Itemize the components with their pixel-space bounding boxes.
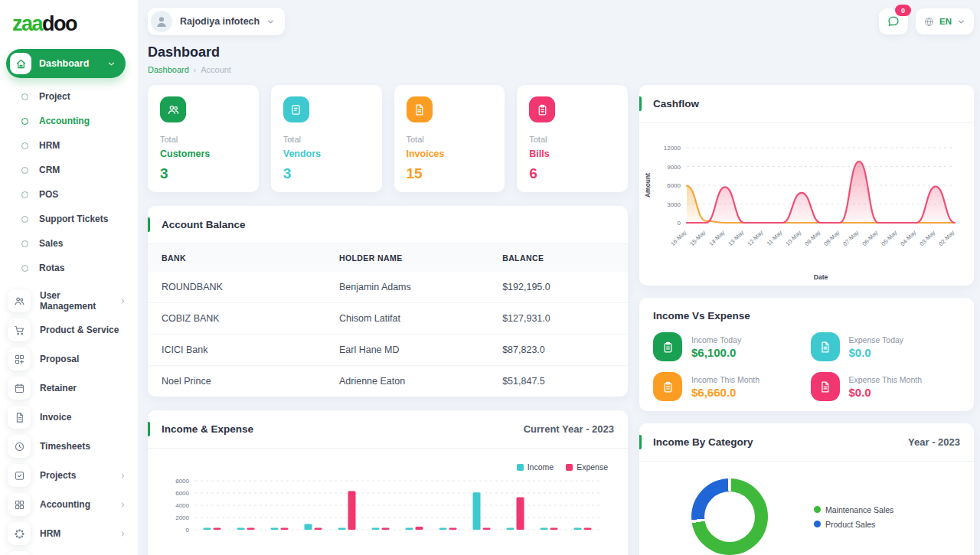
legend-item-maintenance-sales[interactable]: Maintenance Sales	[814, 505, 893, 514]
income-expense-card: Income & Expense Current Year - 2023 Inc…	[148, 410, 628, 555]
ive-entry-expense-this-month: Expense This Month$0.0	[811, 372, 961, 401]
stat-cards: TotalCustomers3TotalVendors3TotalInvoice…	[148, 85, 628, 192]
vendor-icon	[283, 96, 309, 122]
sidebar-subitem-pos[interactable]: POS	[0, 182, 138, 207]
svg-text:2000: 2000	[175, 514, 189, 521]
legend-item-income[interactable]: Income	[517, 462, 554, 472]
sidebar-item-label: User Management	[40, 290, 119, 312]
sidebar-item-label: Invoice	[40, 412, 127, 423]
bank-cell: ICICI Bank	[148, 335, 325, 366]
account-balance-title: Account Balance	[162, 219, 246, 230]
sidebar-item-proposal[interactable]: Proposal	[0, 344, 138, 374]
breadcrumb-dashboard[interactable]: Dashboard	[148, 65, 189, 74]
legend-item-product-sales[interactable]: Product Sales	[814, 520, 893, 529]
circle-icon	[21, 142, 28, 149]
svg-text:07-May: 07-May	[841, 229, 860, 247]
stat-card-invoices: TotalInvoices15	[394, 85, 505, 192]
stat-top-label: Total	[283, 135, 370, 144]
circle-icon	[21, 265, 28, 272]
sidebar-subitem-crm[interactable]: CRM	[0, 158, 138, 182]
sidebar-subitem-label: HRM	[39, 140, 60, 151]
chevron-down-icon	[956, 17, 966, 27]
sidebar-subitem-rotas[interactable]: Rotas	[0, 256, 138, 280]
sidebar-item-projects[interactable]: Projects	[0, 461, 138, 490]
table-col-bank: Bank	[148, 244, 325, 272]
sidebar-subitem-support-tickets[interactable]: Support Tickets	[0, 207, 138, 231]
hrm-icon	[8, 522, 31, 545]
sidebar-item-hrm[interactable]: HRM	[0, 519, 138, 548]
globe-icon	[923, 16, 935, 28]
sidebar-item-product-service[interactable]: Product & Service	[0, 315, 138, 344]
sidebar-item-invoice[interactable]: Invoice	[0, 403, 138, 432]
holder-cell: Earl Hane MD	[325, 335, 488, 366]
cashflow-area-chart: 03000600090001200016-May15-May14-May13-M…	[639, 123, 974, 286]
svg-text:6000: 6000	[667, 182, 681, 189]
svg-text:06-May: 06-May	[861, 229, 879, 247]
bank-cell: Noel Prince	[148, 366, 325, 397]
invoice-icon	[8, 406, 31, 429]
ive-label: Income Today	[691, 335, 741, 344]
sidebar-item-user-management[interactable]: User Management	[0, 286, 138, 315]
app-logo[interactable]: zaadoo	[0, 0, 138, 35]
income-by-category-title: Income By Category	[653, 436, 753, 448]
chevron-right-icon	[119, 501, 127, 509]
sidebar-subitem-project[interactable]: Project	[0, 84, 138, 109]
messages-button[interactable]: 0	[879, 8, 908, 34]
sidebar-item-crm[interactable]: CRM	[0, 548, 138, 555]
svg-text:3000: 3000	[667, 201, 681, 208]
crm-icon	[8, 551, 31, 555]
svg-text:11-May: 11-May	[766, 229, 784, 247]
sidebar-item-timesheets[interactable]: Timesheets	[0, 432, 138, 461]
language-selector[interactable]: EN	[916, 8, 974, 34]
legend-item-expense[interactable]: Expense	[566, 462, 608, 472]
sidebar-item-dashboard[interactable]: Dashboard	[6, 49, 126, 78]
balance-cell: $87,823.0	[488, 335, 628, 366]
account-balance-card: Account Balance BankHolder NameBalance R…	[148, 206, 628, 397]
sidebar-subitem-label: Support Tickets	[39, 214, 108, 224]
topbar: Rajodiya infotech 0 EN	[138, 0, 980, 38]
breadcrumb-separator: ›	[194, 66, 196, 74]
circle-icon	[21, 216, 28, 223]
projects-icon	[8, 464, 31, 487]
sidebar-subitem-sales[interactable]: Sales	[0, 231, 138, 256]
income-expense-bar-chart: 80006000400020000	[155, 473, 611, 555]
chevron-right-icon	[119, 530, 127, 538]
income-expense-subtitle: Current Year - 2023	[524, 423, 614, 435]
sidebar-item-retainer[interactable]: Retainer	[0, 374, 138, 403]
ive-value: $6,100.0	[691, 346, 741, 359]
accounting-icon	[8, 493, 31, 516]
chevron-down-icon	[266, 17, 276, 27]
holder-cell: Benjamin Adams	[325, 272, 488, 303]
sidebar-subitem-label: Project	[39, 91, 70, 102]
table-col-balance: Balance	[488, 244, 628, 272]
sidebar-subitem-hrm[interactable]: HRM	[0, 133, 138, 158]
income-by-category-legend: Maintenance SalesProduct Sales	[814, 505, 893, 529]
stat-label: Vendors	[283, 149, 370, 159]
sidebar-item-accounting[interactable]: Accounting	[0, 490, 138, 519]
home-icon	[10, 53, 31, 74]
table-row: ROUNDBANKBenjamin Adams$192,195.0	[148, 272, 628, 303]
sidebar: zaadoo Dashboard ProjectAccountingHRMCRM…	[0, 0, 138, 555]
ive-entry-expense-today: Expense Today$0.0	[811, 332, 961, 361]
stat-top-label: Total	[407, 135, 493, 144]
bill-icon	[653, 372, 682, 401]
holder-cell: Chisom Latifat	[325, 303, 488, 335]
main-area: Rajodiya infotech 0 EN Dashboard Dashboa…	[138, 0, 980, 555]
stat-card-bills: TotalBills6	[517, 85, 628, 192]
sidebar-subitem-label: Sales	[39, 238, 63, 249]
stat-label: Invoices	[407, 149, 493, 159]
avatar	[151, 11, 172, 32]
sidebar-subitem-label: Rotas	[39, 263, 64, 273]
chevron-down-icon	[106, 59, 116, 69]
ive-value: $6,660.0	[691, 386, 760, 399]
income-by-category-card: Income By Category Year - 2023 Maintenan…	[639, 423, 974, 555]
chevron-right-icon	[119, 297, 127, 305]
sidebar-subitem-accounting[interactable]: Accounting	[0, 109, 138, 133]
circle-icon	[21, 240, 28, 247]
company-switcher[interactable]: Rajodiya infotech	[148, 8, 285, 35]
legend-swatch	[517, 464, 524, 471]
legend-dot	[814, 506, 821, 513]
breadcrumb: Dashboard › Account	[148, 65, 980, 74]
svg-text:4000: 4000	[175, 502, 189, 509]
income-vs-expense-title: Income Vs Expense	[653, 310, 960, 322]
